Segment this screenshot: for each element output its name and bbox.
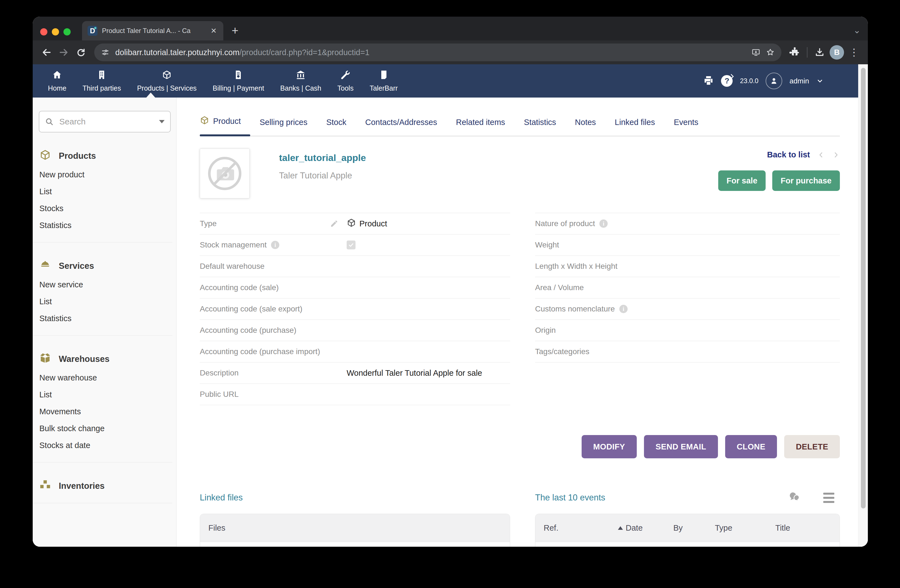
tab-linked-files[interactable]: Linked files	[605, 118, 664, 136]
scrollbar-track[interactable]	[858, 64, 868, 547]
sidebar-item-stocks-at-date[interactable]: Stocks at date	[33, 437, 172, 454]
events-column-ref[interactable]: Ref.	[544, 523, 618, 532]
field-row-accounting-code-sale-export: Accounting code (sale export)	[200, 298, 510, 320]
new-tab-button[interactable]: +	[232, 25, 239, 37]
sidebar-section-title-services[interactable]: Services	[33, 259, 172, 273]
sidebar-section-warehouses: WarehousesNew warehouseListMovementsBulk…	[33, 352, 172, 462]
back-button[interactable]	[39, 45, 54, 60]
tools-icon	[341, 70, 351, 81]
field-row-accounting-code-purchase-import: Accounting code (purchase import)	[200, 341, 510, 363]
sidebar-item-statistics[interactable]: Statistics	[33, 310, 172, 327]
tab-label: Linked files	[615, 118, 655, 127]
tab-contacts-addresses[interactable]: Contacts/Addresses	[356, 118, 447, 136]
user-avatar-icon[interactable]	[766, 73, 782, 89]
info-icon[interactable]	[271, 241, 279, 249]
field-label: Customs nomenclature	[535, 304, 615, 313]
browser-menu-icon[interactable]: ⋮	[847, 47, 861, 58]
nav-item-home[interactable]: Home	[40, 70, 74, 92]
events-table-empty: None	[535, 542, 839, 547]
messages-icon[interactable]	[788, 490, 801, 505]
events-column-label: Type	[715, 523, 732, 532]
field-label: Default warehouse	[200, 262, 264, 271]
events-column-date[interactable]: Date	[618, 523, 673, 532]
list-view-icon[interactable]	[823, 493, 834, 503]
info-icon[interactable]	[599, 219, 608, 228]
field-label: Type	[200, 219, 217, 228]
nav-item-talerbarr[interactable]: TalerBarr	[362, 70, 406, 92]
browser-toolbar: dolibarr.tutorial.taler.potuzhnyi.com/pr…	[33, 40, 868, 64]
url-bar[interactable]: dolibarr.tutorial.taler.potuzhnyi.com/pr…	[94, 43, 781, 61]
username-label[interactable]: admin	[790, 77, 809, 85]
sidebar-item-list[interactable]: List	[33, 293, 172, 310]
previous-record-icon[interactable]	[817, 151, 825, 159]
help-icon[interactable]	[721, 75, 732, 87]
forward-button[interactable]	[56, 45, 71, 60]
modify-button[interactable]: MODIFY	[582, 435, 637, 458]
sidebar-section-title-inventories[interactable]: Inventories	[33, 479, 172, 493]
field-label: Tags/categories	[535, 347, 590, 356]
tab-related-items[interactable]: Related items	[446, 118, 514, 136]
tab-selling-prices[interactable]: Selling prices	[250, 118, 317, 136]
main-area: ProductSelling pricesStockContacts/Addre…	[177, 98, 868, 547]
user-menu-chevron-icon[interactable]	[816, 77, 824, 85]
sidebar-item-new-product[interactable]: New product	[33, 166, 172, 183]
back-to-list-link[interactable]: Back to list	[767, 150, 810, 159]
close-window-button[interactable]	[40, 28, 47, 36]
nav-item-banks-cash[interactable]: Banks | Cash	[272, 70, 329, 92]
delete-button[interactable]: DELETE	[784, 435, 840, 458]
search-dropdown-icon[interactable]	[159, 120, 164, 123]
sidebar-item-new-warehouse[interactable]: New warehouse	[33, 369, 172, 386]
reload-button[interactable]	[74, 45, 88, 60]
clone-button[interactable]: CLONE	[725, 435, 777, 458]
send-email-button[interactable]: SEND EMAIL	[644, 435, 718, 458]
events-column-title[interactable]: Title	[775, 523, 790, 532]
info-icon[interactable]	[619, 305, 628, 313]
bookmark-star-icon[interactable]	[766, 48, 775, 57]
maximize-window-button[interactable]	[64, 28, 71, 36]
browser-window: D Product Taler Tutorial A... - Ca ✕ + ⌄…	[33, 17, 868, 547]
search-input[interactable]	[59, 117, 154, 127]
minimize-window-button[interactable]	[52, 28, 59, 36]
tab-label: Related items	[456, 118, 505, 127]
install-page-icon[interactable]	[751, 48, 760, 57]
window-controls	[40, 28, 71, 36]
tab-stock[interactable]: Stock	[317, 118, 356, 136]
next-record-icon[interactable]	[832, 151, 840, 159]
sidebar-section-title-products[interactable]: Products	[33, 149, 172, 163]
tab-close-icon[interactable]: ✕	[209, 26, 218, 35]
downloads-icon[interactable]	[812, 45, 827, 60]
events-column-by[interactable]: By	[673, 523, 715, 532]
tab-statistics[interactable]: Statistics	[515, 118, 566, 136]
sidebar-item-bulk-stock-change[interactable]: Bulk stock change	[33, 420, 172, 437]
edit-pencil-icon[interactable]	[330, 219, 347, 228]
files-table-header: Files	[200, 514, 510, 542]
sidebar-item-statistics[interactable]: Statistics	[33, 217, 172, 234]
sidebar-item-new-service[interactable]: New service	[33, 276, 172, 293]
sidebar-item-stocks[interactable]: Stocks	[33, 200, 172, 217]
search-icon	[45, 117, 54, 126]
sidebar-item-list[interactable]: List	[33, 183, 172, 200]
tab-notes[interactable]: Notes	[566, 118, 605, 136]
scrollbar-thumb[interactable]	[861, 68, 866, 509]
tab-product[interactable]: Product	[200, 116, 250, 136]
events-column-type[interactable]: Type	[715, 523, 775, 532]
sidebar-search[interactable]	[39, 111, 171, 132]
action-buttons: MODIFYSEND EMAILCLONEDELETE	[200, 435, 840, 458]
browser-tab[interactable]: D Product Taler Tutorial A... - Ca ✕	[82, 21, 223, 40]
nav-item-products-services[interactable]: Products | Services	[129, 70, 205, 92]
tab-events[interactable]: Events	[664, 118, 708, 136]
profile-avatar[interactable]: B	[830, 45, 844, 60]
nav-item-third-parties[interactable]: Third parties	[74, 70, 129, 92]
site-settings-icon[interactable]	[101, 48, 110, 57]
sidebar-section-title-warehouses[interactable]: Warehouses	[33, 352, 172, 366]
sidebar-item-list[interactable]: List	[33, 386, 172, 403]
page-content: HomeThird partiesProducts | ServicesBill…	[33, 64, 868, 547]
nav-item-tools[interactable]: Tools	[329, 70, 362, 92]
sidebar-item-movements[interactable]: Movements	[33, 403, 172, 420]
print-icon[interactable]	[703, 75, 714, 87]
tab-search-chevron-icon[interactable]: ⌄	[853, 25, 861, 36]
field-row-stock-management: Stock management	[200, 234, 510, 256]
nav-item-billing-payment[interactable]: Billing | Payment	[205, 70, 272, 92]
extensions-icon[interactable]	[787, 45, 802, 60]
product-ref[interactable]: taler_tutorial_apple	[279, 152, 366, 163]
